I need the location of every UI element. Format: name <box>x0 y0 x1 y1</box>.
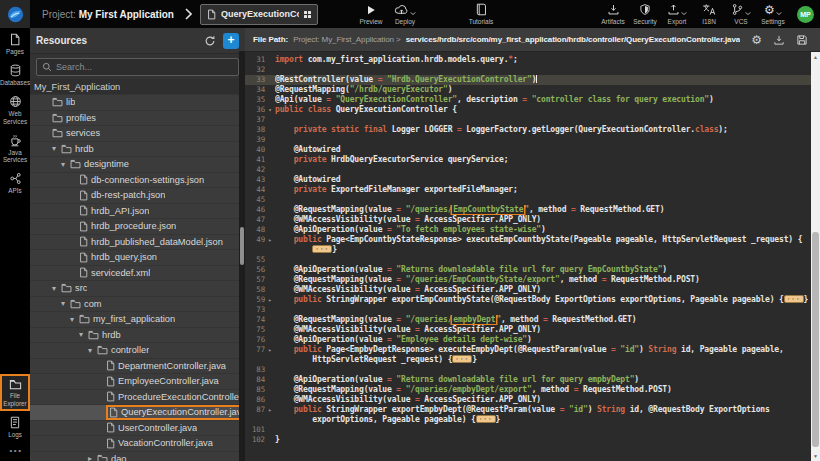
tree-item[interactable]: hrdb_published_dataModel.json <box>30 235 239 251</box>
code-text: public Page<EmpbyDeptResponse> executeEm… <box>275 345 811 355</box>
tree-item[interactable]: DepartmentController.java <box>30 359 239 375</box>
tree-item[interactable]: hrdb_API.json <box>30 204 239 220</box>
caret-down-icon[interactable]: ▾ <box>61 160 70 169</box>
sidebar-item-logs[interactable]: Logs <box>0 411 30 442</box>
code-text: ···} <box>275 245 811 255</box>
fold-widget[interactable]: ··· <box>476 415 496 423</box>
caret-down-icon[interactable]: ▾ <box>70 315 79 324</box>
search-input[interactable]: Search... <box>36 58 239 76</box>
tree-item[interactable]: ▾ hrdb <box>30 328 239 344</box>
fold-widget[interactable]: ··· <box>312 245 332 253</box>
code-editor[interactable]: 31import com.my_first_application.hrdb.m… <box>245 52 811 461</box>
settings-button[interactable]: ⚙ Settings <box>757 3 789 25</box>
token: StringWrapper exportEmpCountbyState(@Req… <box>322 295 784 304</box>
tree-item[interactable]: ▾ src <box>30 281 239 297</box>
token: id, @RequestBody ExportOptions <box>625 405 770 414</box>
refresh-icon[interactable] <box>204 35 216 47</box>
security-button[interactable]: Security <box>629 3 661 25</box>
fold-closed-icon[interactable]: ▸ <box>265 345 275 355</box>
line-number: 48 <box>245 225 265 235</box>
tree-item[interactable]: hrdb_query.json <box>30 250 239 266</box>
tree-item[interactable]: db-connection-settings.json <box>30 173 239 189</box>
tree-item[interactable]: UserController.java <box>30 421 239 437</box>
grid-icon[interactable] <box>304 11 311 18</box>
api-icon <box>9 172 22 185</box>
token: } <box>496 415 501 424</box>
tree-item-label: hrdb_published_dataModel.json <box>91 237 223 247</box>
code-text <box>275 365 811 375</box>
tree-item[interactable]: ▾ hrdb <box>30 142 239 158</box>
tree-item-label: hrdb_API.json <box>91 206 149 216</box>
tree-item[interactable]: servicedef.xml <box>30 266 239 282</box>
sidebar-item-java-services[interactable]: Java Services <box>0 129 30 167</box>
export-button[interactable]: Export <box>661 3 693 25</box>
tree-item[interactable]: EmployeeController.java <box>30 374 239 390</box>
caret-down-icon[interactable]: ▾ <box>79 330 88 339</box>
wavemaker-logo[interactable] <box>0 0 30 28</box>
tree-scrollbar-thumb[interactable] <box>240 227 244 265</box>
caret-down-icon[interactable]: ▾ <box>88 346 97 355</box>
pages-icon <box>9 33 21 46</box>
fold-closed-icon[interactable]: ▸ <box>265 235 275 245</box>
highlighted-token: EmpCountbyState <box>452 205 524 214</box>
sidebar-more-button[interactable]: ••• <box>8 442 23 461</box>
token <box>275 235 294 244</box>
caret-right-icon[interactable]: ▸ <box>88 454 97 461</box>
editor-settings-gear-icon[interactable]: ⚙ <box>751 34 762 46</box>
add-resource-button[interactable]: + <box>223 33 239 49</box>
chevron-right-icon[interactable] <box>184 8 192 20</box>
tree-item[interactable]: ProcedureExecutionController.java <box>30 390 239 406</box>
tree-item[interactable]: QueryExecutionController.java <box>30 405 239 421</box>
download-file-icon[interactable] <box>773 34 785 46</box>
tree-item[interactable]: profiles <box>30 111 239 127</box>
code-text: HttpServletRequest _request) {···} <box>275 355 811 365</box>
fold-open-icon[interactable]: ▾ <box>265 105 275 115</box>
sidebar-item-pages[interactable]: Pages <box>0 28 30 59</box>
tree-item-label: designtime <box>84 159 129 169</box>
fold-closed-icon[interactable]: ▸ <box>265 405 275 415</box>
artifacts-button[interactable]: Artifacts <box>597 3 629 25</box>
save-icon[interactable] <box>796 34 808 46</box>
fold-widget[interactable]: ··· <box>784 295 804 303</box>
fold-widget[interactable]: ··· <box>452 355 472 363</box>
sidebar-item-file-explorer[interactable]: File Explorer <box>0 374 30 410</box>
caret-down-icon[interactable]: ▾ <box>52 144 61 153</box>
token: ) <box>588 405 597 414</box>
tree-item[interactable]: services <box>30 126 239 142</box>
tree-item[interactable]: lib <box>30 95 239 111</box>
sidebar-item-label: File Explorer <box>2 392 28 406</box>
preview-button[interactable]: Preview <box>355 4 387 25</box>
sidebar-item-apis[interactable]: APIs <box>0 167 30 198</box>
i18n-button[interactable]: I18N <box>693 3 725 25</box>
code-line: HttpServletRequest _request) {···} <box>245 355 811 365</box>
sidebar-item-databases[interactable]: Databases <box>0 59 30 90</box>
deploy-button[interactable]: Deploy <box>389 3 421 25</box>
tree-item[interactable]: VacationController.java <box>30 436 239 452</box>
tree-item[interactable]: ▾ com <box>30 297 239 313</box>
line-number: 102 <box>245 435 265 445</box>
tree-item-content: EmployeeController.java <box>106 376 219 387</box>
code-text <box>275 135 811 145</box>
caret-down-icon[interactable]: ▾ <box>52 284 61 293</box>
user-avatar[interactable]: MP <box>797 6 814 23</box>
caret-down-icon[interactable]: ▾ <box>61 299 70 308</box>
tree-item[interactable]: ▸ dao <box>30 452 239 461</box>
editor-scrollbar-thumb[interactable] <box>812 232 819 447</box>
tab-query-execution-controller[interactable]: QueryExecutionCon... <box>200 4 318 25</box>
line-number: 38 <box>245 125 265 135</box>
tree-item[interactable]: ▾ my_first_application <box>30 312 239 328</box>
project-name[interactable]: My First Application <box>79 9 174 20</box>
scroll-up-icon[interactable]: ▲ <box>811 54 820 60</box>
tree-item[interactable]: db-rest-patch.json <box>30 188 239 204</box>
tree-item[interactable]: hrdb_procedure.json <box>30 219 239 235</box>
tree-item[interactable]: ▾ designtime <box>30 157 239 173</box>
scroll-down-icon[interactable]: ▼ <box>811 453 820 459</box>
vcs-button[interactable]: VCS <box>725 3 757 25</box>
tree-root[interactable]: My_First_Application <box>30 79 239 95</box>
file-icon <box>106 376 115 387</box>
tutorials-button[interactable]: Tutorials <box>465 3 497 25</box>
sidebar-item-web-services[interactable]: Web Services <box>0 90 30 128</box>
token: @RequestMapping( <box>275 85 350 94</box>
fold-closed-icon[interactable]: ▸ <box>265 295 275 305</box>
tree-item[interactable]: ▾ controller <box>30 343 239 359</box>
